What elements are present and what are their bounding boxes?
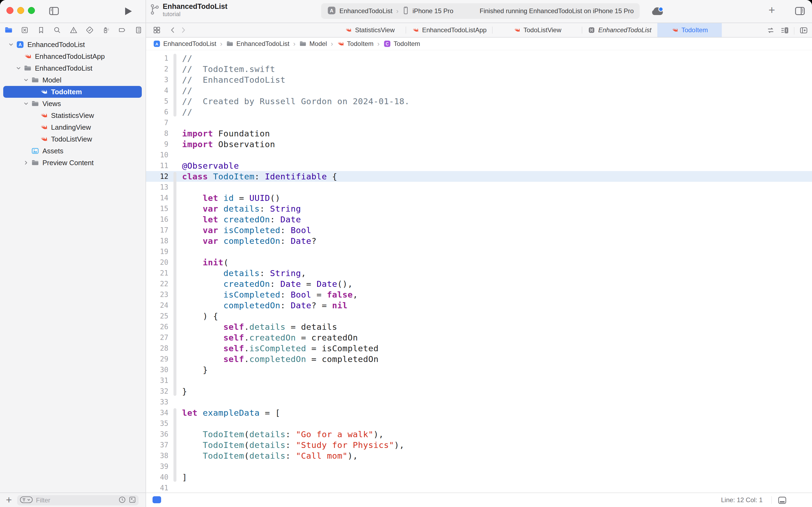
disclosure-down-icon[interactable] <box>15 65 21 71</box>
bookmarks-navigator-icon[interactable] <box>37 26 45 35</box>
code-line-29[interactable]: 29 self.completedOn = completedOn <box>146 354 812 364</box>
tab-EnhancedTodoListApp[interactable]: EnhancedTodoListApp <box>406 23 492 37</box>
code-line-16[interactable]: 16 let createdOn: Date <box>146 214 812 225</box>
filter-field[interactable] <box>17 495 138 505</box>
code-line-41[interactable]: 41 <box>146 483 812 493</box>
disclosure-down-icon[interactable] <box>8 42 14 48</box>
code-line-31[interactable]: 31 <box>146 375 812 386</box>
code-line-28[interactable]: 28 self.isCompleted = isCompleted <box>146 343 812 354</box>
adjust-editor-icon[interactable] <box>766 26 775 36</box>
code-line-4[interactable]: 4// <box>146 85 812 96</box>
sidebar-item-Views[interactable]: Views <box>3 98 142 110</box>
breadcrumb-item-Model[interactable]: Model <box>299 40 327 48</box>
line-col-indicator[interactable]: Line: 12 Col: 1 <box>721 496 763 504</box>
disclosure-down-icon[interactable] <box>23 101 29 107</box>
code-line-34[interactable]: 34let exampleData = [ <box>146 407 812 418</box>
tab-StatisticsView[interactable]: StatisticsView <box>334 23 406 37</box>
reports-navigator-icon[interactable] <box>134 26 143 35</box>
breakpoints-navigator-icon[interactable] <box>118 26 126 35</box>
scm-filter-icon[interactable] <box>128 496 136 505</box>
source-editor[interactable]: 1//2// TodoItem.swift3// EnhancedTodoLis… <box>146 50 812 493</box>
disclosure-down-icon[interactable] <box>23 77 29 83</box>
code-line-25[interactable]: 25 ) { <box>146 311 812 322</box>
sidebar-divider[interactable] <box>146 0 146 507</box>
editor-mode-icon[interactable] <box>152 496 162 505</box>
sidebar-item-EnhancedTodoList[interactable]: EnhancedTodoList <box>3 62 142 74</box>
sidebar-item-Assets[interactable]: Assets <box>3 145 142 157</box>
breadcrumb-item-EnhancedTodoList[interactable]: EnhancedTodoList <box>226 40 289 48</box>
code-line-7[interactable]: 7 <box>146 117 812 128</box>
code-line-15[interactable]: 15 var details: String <box>146 203 812 214</box>
debug-navigator-icon[interactable] <box>102 26 110 35</box>
code-line-39[interactable]: 39 <box>146 461 812 472</box>
code-line-38[interactable]: 38 TodoItem(details: "Call mom"), <box>146 450 812 461</box>
code-line-37[interactable]: 37 TodoItem(details: "Study for Physics"… <box>146 440 812 450</box>
filter-input[interactable] <box>36 496 116 504</box>
code-line-5[interactable]: 5// Created by Russell Gordon on 2024-01… <box>146 96 812 107</box>
code-line-22[interactable]: 22 createdOn: Date = Date(), <box>146 278 812 289</box>
recents-icon[interactable] <box>118 496 126 505</box>
code-line-20[interactable]: 20 init( <box>146 257 812 268</box>
toggle-bottom-bar-icon[interactable] <box>777 495 787 506</box>
code-line-13[interactable]: 13 <box>146 182 812 192</box>
sidebar-item-EnhancedTodoListApp[interactable]: EnhancedTodoListApp <box>3 51 142 62</box>
toggle-left-sidebar-icon[interactable] <box>48 5 60 18</box>
sidebar-item-Preview Content[interactable]: Preview Content <box>3 157 142 169</box>
code-line-40[interactable]: 40] <box>146 472 812 483</box>
code-fold-ribbon[interactable] <box>173 408 176 482</box>
new-tab-button[interactable]: + <box>768 4 775 17</box>
toggle-right-sidebar-icon[interactable] <box>794 5 806 18</box>
find-navigator-icon[interactable] <box>53 26 61 35</box>
run-destination[interactable]: iPhone 15 Pro <box>412 7 453 15</box>
code-line-36[interactable]: 36 TodoItem(details: "Go for a walk"), <box>146 429 812 440</box>
code-line-2[interactable]: 2// TodoItem.swift <box>146 64 812 74</box>
add-editor-icon[interactable] <box>799 26 808 36</box>
related-items-icon[interactable] <box>153 26 161 36</box>
code-line-19[interactable]: 19 <box>146 246 812 257</box>
code-line-30[interactable]: 30 } <box>146 364 812 375</box>
disclosure-right-icon[interactable] <box>23 160 29 166</box>
project-navigator-icon[interactable] <box>4 26 13 35</box>
minimize-window-button[interactable] <box>17 7 24 14</box>
code-line-26[interactable]: 26 self.details = details <box>146 322 812 332</box>
code-line-18[interactable]: 18 var completedOn: Date? <box>146 235 812 246</box>
scheme-name[interactable]: EnhancedTodoList <box>339 7 392 15</box>
sidebar-item-TodoListView[interactable]: TodoListView <box>3 133 142 145</box>
tests-navigator-icon[interactable] <box>85 26 94 35</box>
code-line-17[interactable]: 17 var isCompleted: Bool <box>146 225 812 235</box>
sidebar-item-TodoItem[interactable]: TodoItem <box>3 86 142 98</box>
cloud-sync-icon[interactable] <box>650 5 665 18</box>
breadcrumb-item-TodoItem[interactable]: TodoItem <box>337 40 373 48</box>
sidebar-item-LandingView[interactable]: LandingView <box>3 121 142 133</box>
code-line-3[interactable]: 3// EnhancedTodoList <box>146 74 812 85</box>
tab-TodoListView[interactable]: TodoListView <box>492 23 582 37</box>
code-line-23[interactable]: 23 isCompleted: Bool = false, <box>146 289 812 300</box>
code-line-32[interactable]: 32} <box>146 386 812 397</box>
zoom-window-button[interactable] <box>28 7 35 14</box>
close-window-button[interactable] <box>6 7 13 14</box>
code-line-10[interactable]: 10 <box>146 150 812 160</box>
go-forward-icon[interactable] <box>179 26 187 36</box>
code-line-6[interactable]: 6// <box>146 107 812 117</box>
source-control-navigator-icon[interactable] <box>20 26 29 35</box>
tab-TodoItem[interactable]: TodoItem <box>657 23 722 37</box>
sidebar-item-EnhancedTodoList[interactable]: AEnhancedTodoList <box>3 39 142 51</box>
breadcrumb-item-EnhancedTodoList[interactable]: AEnhancedTodoList <box>153 40 216 48</box>
filter-options-icon[interactable] <box>19 496 33 505</box>
code-line-8[interactable]: 8import Foundation <box>146 128 812 139</box>
code-line-14[interactable]: 14 let id = UUID() <box>146 192 812 203</box>
code-line-12[interactable]: 12class TodoItem: Identifiable { <box>146 171 812 182</box>
code-line-33[interactable]: 33 <box>146 397 812 407</box>
code-line-35[interactable]: 35 <box>146 418 812 429</box>
issues-navigator-icon[interactable] <box>69 26 78 35</box>
add-file-button[interactable]: + <box>6 494 12 506</box>
code-line-27[interactable]: 27 self.createdOn = createdOn <box>146 332 812 343</box>
code-fold-ribbon[interactable] <box>173 172 176 396</box>
code-line-1[interactable]: 1// <box>146 53 812 64</box>
breadcrumb-item-TodoItem[interactable]: CTodoItem <box>384 40 420 48</box>
run-button[interactable] <box>122 6 133 18</box>
minimap-icon[interactable] <box>780 26 789 36</box>
sidebar-item-StatisticsView[interactable]: StatisticsView <box>3 110 142 121</box>
code-fold-ribbon[interactable] <box>173 54 176 117</box>
code-line-9[interactable]: 9import Observation <box>146 139 812 150</box>
